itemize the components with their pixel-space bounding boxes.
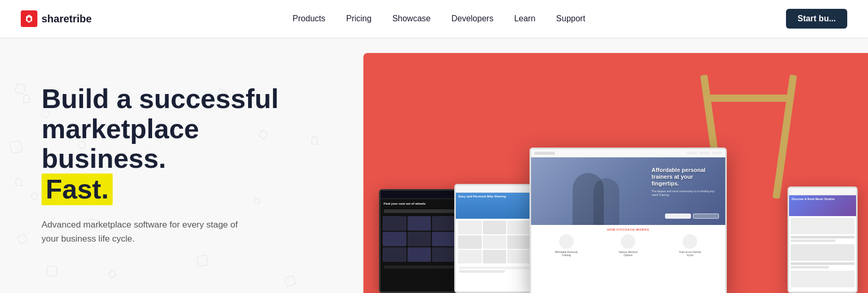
nav-products[interactable]: Products	[284, 10, 334, 27]
logo-name: sharetribe	[42, 13, 92, 25]
logo-icon	[21, 10, 37, 27]
screen3-section: HOW FITCOACH WORKS	[535, 228, 721, 231]
screen-light: Easy and Personal Bike Sharing	[454, 184, 535, 293]
hero-section: Build a successful marketplace business.…	[0, 37, 868, 293]
easel-crossbar	[710, 95, 788, 102]
nav-learn[interactable]: Learn	[506, 10, 544, 27]
hero-title: Build a successful marketplace business.…	[42, 84, 322, 205]
nav-support[interactable]: Support	[548, 10, 593, 27]
screen3-item3: Train at our Partner Gyms	[679, 250, 702, 257]
screen2-title: Easy and Personal Bike Sharing	[456, 193, 533, 201]
screen-dark: Find your next set of wheels	[379, 189, 459, 293]
screen-right: Discover & Book Music Studios	[788, 187, 858, 293]
screen-main: Affordable personal trainers at your fin…	[530, 148, 727, 293]
screen3-item1: Affordable Personal Training	[554, 250, 578, 257]
screen1-title: Find your next set of wheels	[381, 199, 458, 208]
hero-subtitle: Advanced marketplace software for every …	[42, 218, 239, 246]
logo-link[interactable]: sharetribe	[21, 10, 92, 27]
start-building-button[interactable]: Start bu...	[786, 9, 847, 29]
hero-content: Build a successful marketplace business.…	[0, 37, 353, 293]
screen4-title: Discover & Book Music Studios	[789, 195, 856, 203]
screen3-title: Affordable personal trainers at your fin…	[652, 167, 719, 188]
hero-visual: Find your next set of wheels	[353, 37, 868, 293]
nav-developers[interactable]: Developers	[443, 10, 501, 27]
hero-highlight: Fast.	[42, 174, 113, 205]
nav-showcase[interactable]: Showcase	[384, 10, 439, 27]
screen3-item2: Various Workout Options	[616, 250, 640, 257]
screen3-subtitle: The largest and most community try to fi…	[652, 190, 719, 197]
main-nav: Products Pricing Showcase Developers Lea…	[284, 14, 594, 23]
nav-pricing[interactable]: Pricing	[338, 10, 380, 27]
navbar: sharetribe Products Pricing Showcase Dev…	[0, 0, 868, 37]
